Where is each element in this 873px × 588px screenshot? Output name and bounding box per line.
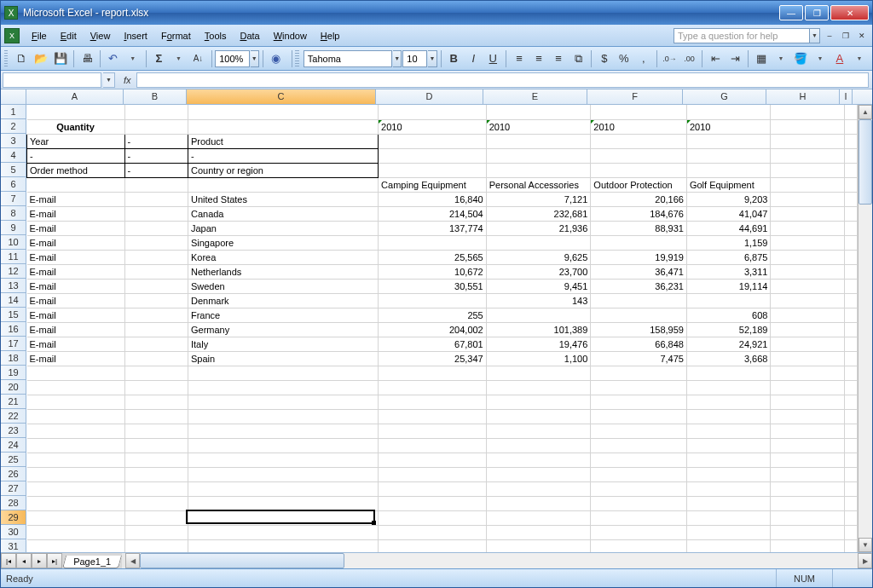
cell-B21[interactable] xyxy=(124,395,188,409)
cell-B18[interactable] xyxy=(124,351,188,366)
cell-A31[interactable] xyxy=(27,539,125,552)
cell-A5[interactable]: Order method xyxy=(27,163,125,177)
tab-first-button[interactable]: |◂ xyxy=(1,553,16,568)
cell-H3[interactable] xyxy=(771,134,844,148)
row-header-29[interactable]: 29 xyxy=(1,510,26,525)
cell-I11[interactable] xyxy=(844,250,857,264)
cell-D25[interactable] xyxy=(379,453,487,467)
sort-asc-button[interactable]: A↓ xyxy=(189,49,208,68)
cell-H28[interactable] xyxy=(771,496,844,510)
cell-I24[interactable] xyxy=(844,438,857,453)
row-header-30[interactable]: 30 xyxy=(1,525,26,539)
cell-E8[interactable]: 232,681 xyxy=(486,206,591,221)
cell-D4[interactable] xyxy=(379,148,487,163)
cell-H23[interactable] xyxy=(771,424,844,438)
cell-E14[interactable]: 143 xyxy=(486,293,591,308)
cell-H16[interactable] xyxy=(771,322,844,337)
cell-F20[interactable] xyxy=(591,380,687,395)
cell-G15[interactable]: 608 xyxy=(686,308,771,322)
col-header-H[interactable]: H xyxy=(766,89,840,104)
cell-C4[interactable]: - xyxy=(188,148,378,163)
menu-tools[interactable]: Tools xyxy=(198,29,234,43)
cell-H31[interactable] xyxy=(771,539,844,552)
align-right-button[interactable]: ≡ xyxy=(549,49,568,68)
cell-B28[interactable] xyxy=(124,496,188,510)
cell-B10[interactable] xyxy=(124,235,188,250)
cell-E7[interactable]: 7,121 xyxy=(486,192,591,206)
cell-D7[interactable]: 16,840 xyxy=(379,192,487,206)
cell-B15[interactable] xyxy=(124,308,188,322)
fontsize-combo[interactable]: 10 xyxy=(402,50,427,67)
cell-B24[interactable] xyxy=(124,438,188,453)
row-header-9[interactable]: 9 xyxy=(1,221,26,235)
cell-C9[interactable]: Japan xyxy=(188,221,378,235)
cell-B23[interactable] xyxy=(124,424,188,438)
row-header-31[interactable]: 31 xyxy=(1,539,26,552)
cell-D9[interactable]: 137,774 xyxy=(379,221,487,235)
cell-I21[interactable] xyxy=(844,395,857,409)
cell-F23[interactable] xyxy=(591,424,687,438)
font-dropdown[interactable]: ▼ xyxy=(393,50,402,67)
cell-F1[interactable] xyxy=(591,105,687,119)
cell-E24[interactable] xyxy=(486,438,591,453)
cell-A10[interactable]: E-mail xyxy=(27,235,125,250)
cell-A9[interactable]: E-mail xyxy=(27,221,125,235)
cell-H29[interactable] xyxy=(771,510,844,525)
cell-A25[interactable] xyxy=(27,453,125,467)
cell-E26[interactable] xyxy=(486,467,591,481)
cell-D30[interactable] xyxy=(379,525,487,539)
cell-H25[interactable] xyxy=(771,453,844,467)
col-header-C[interactable]: C xyxy=(187,89,376,104)
cell-E23[interactable] xyxy=(486,424,591,438)
cell-A17[interactable]: E-mail xyxy=(27,337,125,351)
cell-A13[interactable]: E-mail xyxy=(27,279,125,293)
cell-B19[interactable] xyxy=(124,366,188,380)
font-color-button[interactable]: A xyxy=(830,49,849,68)
cell-E5[interactable] xyxy=(486,163,591,177)
undo-button[interactable]: ↶ xyxy=(104,49,123,68)
cell-A29[interactable] xyxy=(27,510,125,525)
cell-H9[interactable] xyxy=(771,221,844,235)
row-header-25[interactable]: 25 xyxy=(1,453,26,467)
cell-A21[interactable] xyxy=(27,395,125,409)
cell-H30[interactable] xyxy=(771,525,844,539)
cell-C16[interactable]: Germany xyxy=(188,322,378,337)
cell-A27[interactable] xyxy=(27,481,125,496)
col-header-F[interactable]: F xyxy=(587,89,683,104)
cell-H10[interactable] xyxy=(771,235,844,250)
cell-A19[interactable] xyxy=(27,366,125,380)
cell-B11[interactable] xyxy=(124,250,188,264)
sheet-tab-page1[interactable]: Page1_1 xyxy=(62,556,122,568)
cell-A2[interactable]: Quantity xyxy=(27,119,125,134)
cell-D11[interactable]: 25,565 xyxy=(379,250,487,264)
cell-C12[interactable]: Netherlands xyxy=(188,264,378,279)
cell-C14[interactable]: Denmark xyxy=(188,293,378,308)
cell-F30[interactable] xyxy=(591,525,687,539)
cell-D1[interactable] xyxy=(379,105,487,119)
vscroll-thumb[interactable] xyxy=(859,119,872,205)
cell-G31[interactable] xyxy=(686,539,771,552)
menu-insert[interactable]: Insert xyxy=(117,29,154,43)
row-header-7[interactable]: 7 xyxy=(1,192,26,206)
cell-D12[interactable]: 10,672 xyxy=(379,264,487,279)
cell-D24[interactable] xyxy=(379,438,487,453)
cell-E19[interactable] xyxy=(486,366,591,380)
row-header-12[interactable]: 12 xyxy=(1,264,26,279)
decrease-indent-button[interactable]: ⇤ xyxy=(706,49,725,68)
cell-I20[interactable] xyxy=(844,380,857,395)
format-toolbar-grip[interactable] xyxy=(295,50,298,67)
cell-G24[interactable] xyxy=(686,438,771,453)
cell-E10[interactable] xyxy=(486,235,591,250)
font-color-dropdown[interactable]: ▼ xyxy=(850,49,869,68)
cell-B6[interactable] xyxy=(124,177,188,192)
cell-B14[interactable] xyxy=(124,293,188,308)
help-button[interactable]: ◉ xyxy=(267,49,286,68)
cell-A22[interactable] xyxy=(27,409,125,424)
cell-F21[interactable] xyxy=(591,395,687,409)
cell-D18[interactable]: 25,347 xyxy=(379,351,487,366)
fontsize-dropdown[interactable]: ▼ xyxy=(428,50,436,67)
tab-next-button[interactable]: ▸ xyxy=(32,553,47,568)
cell-F11[interactable]: 19,919 xyxy=(591,250,687,264)
cell-C8[interactable]: Canada xyxy=(188,206,378,221)
cell-I17[interactable] xyxy=(844,337,857,351)
